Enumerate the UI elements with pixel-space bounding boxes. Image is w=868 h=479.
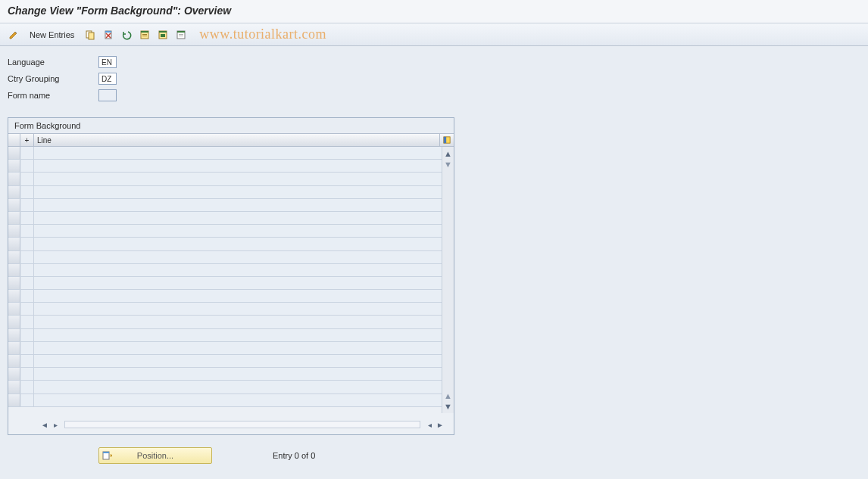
scroll-left-icon[interactable]: ▸ [51,421,60,429]
row-handle[interactable] [8,160,20,172]
row-line-cell[interactable] [34,225,442,237]
row-line-cell[interactable] [34,199,442,211]
row-handle[interactable] [8,147,20,159]
row-line-cell[interactable] [34,342,442,354]
table-row[interactable] [8,251,442,264]
table-row[interactable] [8,199,442,212]
table-row[interactable] [8,160,442,173]
row-line-cell[interactable] [34,368,442,380]
copy-as-icon[interactable] [83,27,98,42]
row-handle[interactable] [8,186,20,198]
col-header-line[interactable]: Line [34,134,440,146]
vertical-scrollbar[interactable]: ▲ ▼ ▲ ▼ [442,147,454,413]
row-handle[interactable] [8,251,20,263]
row-line-cell[interactable] [34,381,442,393]
table-row[interactable] [8,316,442,328]
row-line-cell[interactable] [34,212,442,224]
table-row[interactable] [8,225,442,238]
table-row[interactable] [8,290,442,303]
row-handle[interactable] [8,342,20,354]
row-plus-cell[interactable] [20,173,34,185]
row-handle[interactable] [8,212,20,224]
row-plus-cell[interactable] [20,251,34,263]
select-block-icon[interactable] [155,27,170,42]
row-plus-cell[interactable] [20,394,34,406]
table-row[interactable] [8,303,442,316]
scroll-right-icon[interactable]: ◂ [425,421,434,429]
row-line-cell[interactable] [34,290,442,302]
horizontal-scrollbar[interactable] [64,421,420,428]
row-plus-cell[interactable] [20,186,34,198]
row-plus-cell[interactable] [20,355,34,367]
row-line-cell[interactable] [34,394,442,406]
scroll-up-icon[interactable]: ▲ [442,148,454,159]
table-row[interactable] [8,212,442,225]
row-plus-cell[interactable] [20,147,34,159]
row-line-cell[interactable] [34,316,442,328]
scroll-right-end-icon[interactable]: ► [436,421,445,429]
row-handle[interactable] [8,277,20,289]
row-handle[interactable] [8,290,20,302]
row-line-cell[interactable] [34,160,442,172]
col-header-plus[interactable]: + [20,134,34,146]
row-line-cell[interactable] [34,355,442,367]
table-row[interactable] [8,173,442,185]
table-row[interactable] [8,186,442,199]
row-handle[interactable] [8,303,20,315]
row-plus-cell[interactable] [20,329,34,341]
row-line-cell[interactable] [34,251,442,263]
row-plus-cell[interactable] [20,303,34,315]
row-handle[interactable] [8,264,20,276]
row-line-cell[interactable] [34,303,442,315]
row-plus-cell[interactable] [20,264,34,276]
row-line-cell[interactable] [34,329,442,341]
row-plus-cell[interactable] [20,316,34,328]
table-row[interactable] [8,147,442,160]
row-plus-cell[interactable] [20,160,34,172]
select-all-icon[interactable] [137,27,152,42]
form-name-input[interactable] [98,89,117,101]
toggle-change-icon[interactable] [6,27,21,42]
row-handle[interactable] [8,225,20,237]
row-line-cell[interactable] [34,238,442,250]
table-row[interactable] [8,277,442,290]
delete-icon[interactable] [101,27,116,42]
scroll-down-icon[interactable]: ▼ [442,401,454,412]
row-handle[interactable] [8,173,20,185]
row-line-cell[interactable] [34,147,442,159]
row-handle[interactable] [8,381,20,393]
row-plus-cell[interactable] [20,199,34,211]
table-row[interactable] [8,264,442,277]
scroll-left-end-icon[interactable]: ◄ [40,421,49,429]
row-handle[interactable] [8,316,20,328]
table-row[interactable] [8,368,442,381]
table-row[interactable] [8,381,442,393]
row-line-cell[interactable] [34,277,442,289]
table-row[interactable] [8,238,442,250]
row-line-cell[interactable] [34,264,442,276]
table-row[interactable] [8,394,442,407]
undo-icon[interactable] [119,27,134,42]
row-plus-cell[interactable] [20,342,34,354]
scroll-up2-icon[interactable]: ▼ [442,159,454,170]
deselect-all-icon[interactable] [173,27,189,42]
row-line-cell[interactable] [34,186,442,198]
row-plus-cell[interactable] [20,368,34,380]
row-handle[interactable] [8,329,20,341]
grid-corner[interactable] [8,134,20,146]
table-settings-icon[interactable] [440,134,454,146]
new-entries-button[interactable]: New Entries [24,27,80,42]
row-plus-cell[interactable] [20,290,34,302]
table-row[interactable] [8,329,442,342]
row-handle[interactable] [8,199,20,211]
table-row[interactable] [8,342,442,355]
language-input[interactable] [98,56,117,68]
row-plus-cell[interactable] [20,277,34,289]
table-row[interactable] [8,355,442,368]
ctry-grouping-input[interactable] [98,73,117,85]
scroll-down2-icon[interactable]: ▲ [442,390,454,401]
row-line-cell[interactable] [34,173,442,185]
row-handle[interactable] [8,368,20,380]
row-handle[interactable] [8,394,20,406]
row-handle[interactable] [8,355,20,367]
